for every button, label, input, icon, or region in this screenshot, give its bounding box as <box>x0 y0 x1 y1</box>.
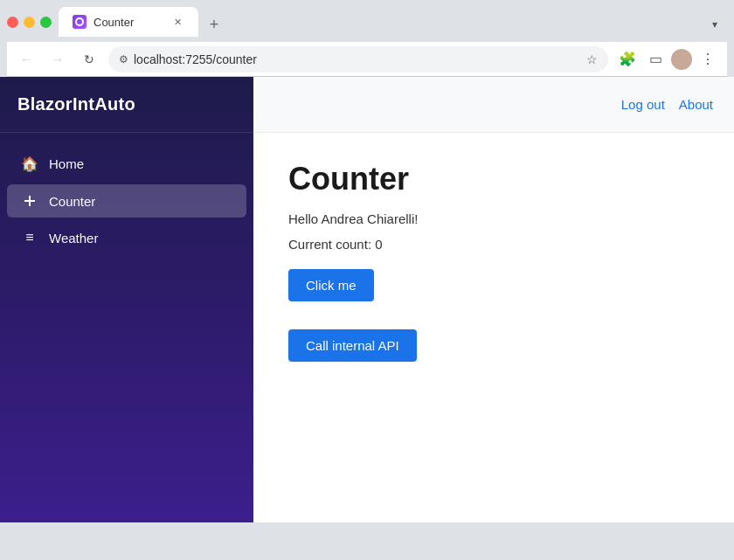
sidebar-item-home[interactable]: 🏠 Home <box>7 147 246 181</box>
tab-dropdown-button[interactable]: ▾ <box>703 12 727 37</box>
url-text: localhost:7255/counter <box>134 52 581 66</box>
tab-favicon <box>73 15 87 29</box>
menu-button[interactable]: ⋮ <box>696 47 720 72</box>
sidebar-item-weather[interactable]: ≡ Weather <box>7 221 246 254</box>
main-content: Log out About Counter Hello Andrea Chiar… <box>253 77 734 522</box>
nav-items: 🏠 Home Counter ≡ Weather <box>0 133 253 268</box>
click-me-button[interactable]: Click me <box>288 269 374 301</box>
address-bar: ← → ↻ ⚙ localhost:7255/counter ☆ 🧩 ▭ ⋮ <box>7 42 727 77</box>
greeting-text: Hello Andrea Chiarelli! <box>288 211 699 226</box>
call-api-button[interactable]: Call internal API <box>288 329 417 362</box>
logout-link[interactable]: Log out <box>621 97 665 112</box>
minimize-button[interactable] <box>24 17 35 28</box>
sidebar-item-counter[interactable]: Counter <box>7 184 246 218</box>
extensions-button[interactable]: 🧩 <box>615 47 640 72</box>
security-icon: ⚙ <box>119 53 128 66</box>
tab-close-button[interactable]: ✕ <box>170 15 184 29</box>
tab-bar: Counter ✕ + ▾ <box>59 7 727 37</box>
active-tab[interactable]: Counter ✕ <box>59 7 198 37</box>
sidebar-brand: BlazorIntAuto <box>0 77 253 133</box>
weather-icon: ≡ <box>21 230 38 245</box>
sidebar-toggle-button[interactable]: ▭ <box>643 47 668 72</box>
reload-button[interactable]: ↻ <box>77 47 101 72</box>
count-text: Current count: 0 <box>288 237 699 252</box>
sidebar: BlazorIntAuto 🏠 Home Counter ≡ Weather <box>0 77 253 522</box>
browser-chrome: Counter ✕ + ▾ ← → ↻ ⚙ localhost:7255/cou… <box>0 0 734 77</box>
page-title: Counter <box>288 161 699 197</box>
close-button[interactable] <box>7 17 18 28</box>
bookmark-icon[interactable]: ☆ <box>586 52 598 66</box>
counter-icon <box>21 193 38 209</box>
tab-title: Counter <box>93 16 163 29</box>
profile-avatar[interactable] <box>671 49 692 70</box>
sidebar-item-home-label: Home <box>49 156 84 171</box>
url-bar[interactable]: ⚙ localhost:7255/counter ☆ <box>108 46 608 73</box>
plus-icon <box>22 193 38 209</box>
sidebar-item-counter-label: Counter <box>49 194 95 209</box>
about-link[interactable]: About <box>679 97 713 112</box>
back-button[interactable]: ← <box>14 47 38 72</box>
browser-actions: 🧩 ▭ ⋮ <box>615 47 720 72</box>
titlebar: Counter ✕ + ▾ <box>7 7 727 37</box>
app-window: BlazorIntAuto 🏠 Home Counter ≡ Weather L… <box>0 77 734 522</box>
maximize-button[interactable] <box>40 17 52 28</box>
sidebar-item-weather-label: Weather <box>49 231 98 245</box>
new-tab-button[interactable]: + <box>202 12 226 37</box>
forward-button[interactable]: → <box>45 47 70 72</box>
home-icon: 🏠 <box>21 156 38 172</box>
traffic-lights <box>7 17 52 28</box>
top-nav: Log out About <box>253 77 734 133</box>
page-content: Counter Hello Andrea Chiarelli! Current … <box>253 133 734 522</box>
favicon-inner <box>75 17 84 26</box>
